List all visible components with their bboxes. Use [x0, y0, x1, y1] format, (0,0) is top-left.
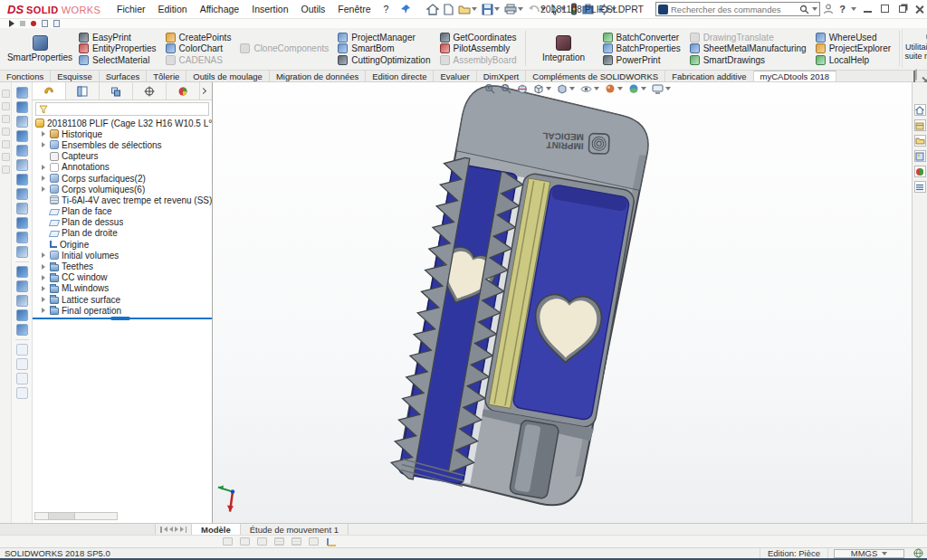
tab-modele[interactable]: Modèle — [192, 524, 241, 535]
left-toolbar-icon[interactable] — [2, 140, 10, 148]
doc-restore-button[interactable] — [913, 71, 915, 81]
batchproperties-button[interactable]: BatchProperties — [603, 43, 681, 54]
user-account-icon[interactable] — [823, 4, 834, 14]
expand-arrow-icon[interactable] — [40, 142, 47, 147]
powerprint-button[interactable]: PowerPrint — [603, 54, 681, 65]
tree-item[interactable]: Teethes — [33, 261, 212, 271]
design-library-icon[interactable] — [914, 119, 926, 131]
selectmaterial-button[interactable]: SelectMaterial — [79, 54, 157, 65]
splitter-corner[interactable] — [0, 524, 156, 535]
apply-scene-icon[interactable] — [628, 83, 646, 94]
left-toolbar-icon[interactable] — [2, 128, 10, 136]
colorchart-button[interactable]: ColorChart — [166, 43, 232, 54]
left-toolbar-icon[interactable] — [16, 344, 28, 356]
hide-show-items-icon[interactable] — [580, 84, 599, 94]
left-toolbar-icon[interactable] — [16, 295, 28, 307]
featuremanager-tab[interactable] — [33, 82, 66, 100]
tab-mycadtools-2018[interactable]: myCADtools 2018 — [754, 71, 837, 81]
units-dropdown[interactable]: MMGS — [834, 549, 904, 558]
smartdrawings-button[interactable]: SmartDrawings — [690, 54, 807, 65]
tree-item[interactable]: Plan de face — [33, 206, 212, 217]
tree-item[interactable]: Ensembles de sélections — [33, 139, 212, 150]
search-options-caret[interactable] — [812, 7, 817, 11]
left-toolbar-icon[interactable] — [16, 188, 28, 200]
rollback-bar[interactable] — [33, 318, 212, 319]
left-toolbar-icon[interactable] — [16, 217, 28, 229]
view-settings-icon[interactable] — [652, 84, 671, 94]
left-toolbar-icon[interactable] — [16, 232, 28, 243]
left-toolbar-icon[interactable] — [2, 153, 10, 161]
menu-help[interactable]: ? — [377, 4, 396, 14]
integration-button[interactable]: Integration — [528, 29, 600, 68]
left-toolbar-icon[interactable] — [16, 159, 28, 171]
tab-tolerie[interactable]: Tôlerie — [147, 71, 186, 81]
expand-arrow-icon[interactable] — [40, 275, 47, 280]
tab-surfaces[interactable]: Surfaces — [100, 71, 148, 81]
tree-filter-field[interactable] — [35, 102, 209, 116]
help-caret[interactable] — [851, 7, 856, 11]
cuttingoptimization-button[interactable]: CuttingOptimization — [338, 54, 430, 65]
left-toolbar-icon[interactable] — [16, 358, 28, 370]
left-toolbar-icon[interactable] — [16, 130, 28, 142]
scrollbar-thumb[interactable] — [48, 513, 75, 519]
left-toolbar-icon[interactable] — [16, 145, 28, 157]
expand-arrow-icon[interactable] — [40, 165, 47, 170]
drawingtranslate-button[interactable]: DrawingTranslate — [690, 32, 807, 43]
left-toolbar-icon[interactable] — [16, 387, 28, 399]
pin-menu-icon[interactable] — [400, 4, 411, 14]
left-toolbar-icon[interactable] — [16, 101, 28, 113]
appearances-scenes-icon[interactable] — [914, 166, 926, 177]
tree-item[interactable]: Initial volumes — [33, 250, 212, 261]
tab-fonctions[interactable]: Fonctions — [0, 71, 51, 81]
whereused-button[interactable]: WhereUsed — [816, 32, 891, 43]
cadenas-button[interactable]: CADENAS — [166, 54, 232, 65]
print-button[interactable] — [503, 3, 524, 15]
display-style-icon[interactable] — [557, 83, 575, 94]
tab-migration-de-donnees[interactable]: Migration de données — [270, 71, 366, 81]
tab-etude-de-mouvement-1[interactable]: Étude de mouvement 1 — [241, 524, 349, 535]
motion-icon-filter[interactable] — [223, 537, 233, 546]
restore-button[interactable] — [896, 3, 908, 14]
motion-icon-expand[interactable] — [309, 537, 319, 546]
menu-insertion[interactable]: Insertion — [245, 4, 294, 14]
easyprint-button[interactable]: EasyPrint — [79, 32, 157, 43]
custom-properties-icon[interactable] — [914, 181, 926, 193]
tab-dimxpert[interactable]: DimXpert — [477, 71, 527, 81]
expand-arrow-icon[interactable] — [40, 186, 47, 192]
graphics-area[interactable]: IMPRINT MEDICAL — [213, 82, 912, 523]
projectexplorer-button[interactable]: ProjectExplorer — [816, 43, 891, 54]
motion-icon-list[interactable] — [274, 537, 284, 546]
tree-item[interactable]: Origine — [33, 239, 212, 250]
prev-tab-arrow[interactable] — [169, 527, 173, 532]
expand-arrow-icon[interactable] — [40, 264, 47, 270]
tree-item[interactable]: MLwindows — [33, 283, 212, 294]
tab-evaluer[interactable]: Evaluer — [434, 71, 476, 81]
createpoints-button[interactable]: CreatePoints — [166, 32, 232, 43]
view-orientation-icon[interactable] — [533, 83, 551, 94]
motion-icon-edit[interactable] — [257, 537, 267, 546]
home-button[interactable] — [425, 3, 440, 16]
expand-arrow-icon[interactable] — [40, 297, 47, 302]
dimxpertmanager-tab[interactable] — [133, 82, 167, 100]
menu-edition[interactable]: Edition — [152, 4, 194, 14]
pilotassembly-button[interactable]: PilotAssembly — [440, 43, 517, 54]
localhelp-button[interactable]: LocalHelp — [816, 54, 891, 65]
left-toolbar-icon[interactable] — [16, 116, 28, 128]
play-macro-icon[interactable] — [9, 20, 14, 27]
expand-arrow-icon[interactable] — [40, 286, 47, 291]
tree-item[interactable]: Capteurs — [33, 151, 212, 162]
tree-item[interactable]: Corps surfaciques(2) — [33, 173, 212, 184]
batchconverter-button[interactable]: BatchConverter — [603, 32, 681, 43]
tree-item[interactable]: Final operation — [33, 305, 212, 316]
left-toolbar-icon[interactable] — [2, 90, 10, 98]
left-toolbar-icon[interactable] — [16, 203, 28, 214]
open-button[interactable] — [457, 3, 478, 15]
menu-fenetre[interactable]: Fenêtre — [331, 4, 377, 14]
left-toolbar-icon[interactable] — [2, 166, 10, 174]
menu-affichage[interactable]: Affichage — [194, 4, 246, 14]
menu-fichier[interactable]: Fichier — [110, 4, 152, 14]
tree-item[interactable]: Annotations — [33, 162, 212, 173]
tree-item[interactable]: Ti-6Al-4V avec trempe et revenu (SS) — [33, 195, 212, 205]
new-macro-icon[interactable] — [42, 20, 48, 27]
first-tab-arrow[interactable] — [164, 527, 167, 532]
